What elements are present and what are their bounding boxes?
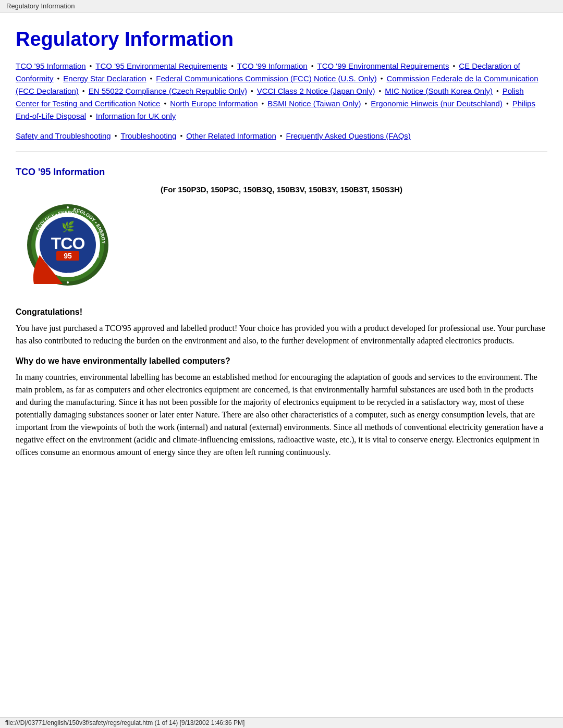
- svg-point-12: [67, 206, 69, 208]
- nav-link-north-europe[interactable]: North Europe Information: [170, 99, 258, 108]
- status-bar-text: file:///D|/03771/english/150v3f/safety/r…: [5, 719, 244, 726]
- nav-link-en55022[interactable]: EN 55022 Compliance (Czech Republic Only…: [89, 87, 247, 95]
- tco95-section: TCO '95 Information (For 150P3D, 150P3C,…: [16, 167, 547, 459]
- nav-link-tco95[interactable]: TCO '95 Information: [16, 61, 86, 70]
- tco95-subtitle: (For 150P3D, 150P3C, 150B3Q, 150B3V, 150…: [16, 185, 547, 194]
- nav-link-fcc[interactable]: Federal Communications Commission (FCC) …: [156, 74, 376, 83]
- nav-link-other-related[interactable]: Other Related Information: [186, 131, 276, 140]
- main-content: Regulatory Information TCO '95 Informati…: [0, 13, 563, 497]
- nav-links-secondary: Safety and Troubleshooting • Troubleshoo…: [16, 130, 547, 142]
- nav-link-vcci[interactable]: VCCI Class 2 Notice (Japan Only): [257, 87, 375, 95]
- tco95-heading: TCO '95 Information: [16, 167, 547, 178]
- nav-link-energy-star[interactable]: Energy Star Declaration: [63, 74, 146, 83]
- nav-link-safety[interactable]: Safety and Troubleshooting: [16, 131, 111, 140]
- nav-link-tco99[interactable]: TCO '99 Information: [237, 61, 308, 70]
- svg-text:95: 95: [64, 252, 72, 260]
- svg-text:ERGONOMICS: ERGONOMICS: [96, 232, 100, 257]
- nav-link-faqs[interactable]: Frequently Asked Questions (FAQs): [286, 131, 411, 140]
- nav-link-tco99-env[interactable]: TCO '99 Environmental Requirements: [317, 61, 449, 70]
- nav-link-bsmi[interactable]: BSMI Notice (Taiwan Only): [267, 99, 361, 108]
- nav-link-uk[interactable]: Information for UK only: [96, 112, 176, 120]
- congrats-heading: Congratulations!: [16, 307, 547, 317]
- nav-links-primary: TCO '95 Information • TCO '95 Environmen…: [16, 60, 547, 122]
- tco95-logo: ECOLOGY • ENERGY ECOLOGY • ENERGY ERGONO…: [26, 203, 109, 287]
- congrats-text: You have just purchased a TCO'95 approve…: [16, 322, 547, 347]
- svg-text:TCO: TCO: [51, 234, 85, 253]
- nav-link-troubleshooting[interactable]: Troubleshooting: [120, 131, 176, 140]
- why-heading: Why do we have environmentally labelled …: [16, 356, 547, 366]
- nav-link-mic[interactable]: MIC Notice (South Korea Only): [385, 87, 493, 95]
- browser-bar: Regulatory Information: [0, 0, 563, 13]
- divider: [16, 152, 547, 152]
- browser-bar-text: Regulatory Information: [6, 2, 75, 10]
- why-text: In many countries, environmental labelli…: [16, 371, 547, 459]
- svg-point-13: [67, 281, 69, 283]
- svg-text:🌿: 🌿: [62, 220, 75, 233]
- nav-link-ergonomie[interactable]: Ergonomie Hinweis (nur Deutschland): [371, 99, 503, 108]
- nav-link-tco95-env[interactable]: TCO '95 Environmental Requirements: [95, 61, 227, 70]
- status-bar: file:///D|/03771/english/150v3f/safety/r…: [0, 717, 563, 728]
- page-title: Regulatory Information: [16, 28, 547, 51]
